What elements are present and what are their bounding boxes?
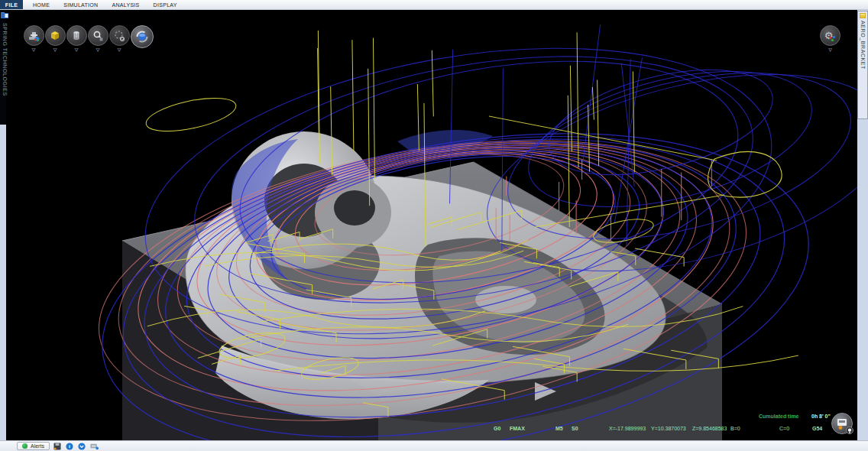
info-icon[interactable]: i bbox=[66, 442, 74, 450]
machine-monitor-icon[interactable] bbox=[90, 442, 99, 450]
machine-status-button[interactable] bbox=[831, 413, 853, 434]
viewport-toolbar-right: ⚙ ▽ bbox=[820, 25, 840, 52]
status-z: Z=9.85468583 bbox=[692, 426, 727, 431]
status-b: B=0 bbox=[730, 426, 740, 431]
clear-selection-icon[interactable] bbox=[109, 25, 130, 46]
inspect-icon[interactable] bbox=[88, 25, 108, 46]
cumulated-time-value: 0h 8' 0" bbox=[811, 414, 831, 419]
alerts-button[interactable]: Alerts bbox=[17, 442, 50, 450]
ribbon-menubar: FILE HOME SIMULATION ANALYSIS DISPLAY bbox=[0, 0, 868, 10]
tab-analysis[interactable]: ANALYSIS bbox=[105, 0, 146, 9]
simulation-mode-icon[interactable] bbox=[131, 25, 154, 48]
status-x: X=-17.9899993 bbox=[609, 426, 646, 431]
tab-simulation[interactable]: SIMULATION bbox=[57, 0, 105, 9]
collapse-panel-icon[interactable] bbox=[78, 442, 86, 450]
viewport-3d[interactable] bbox=[6, 10, 857, 440]
viewport-container: ▽ ▽ bbox=[6, 10, 857, 440]
alerts-status-dot bbox=[22, 443, 28, 449]
status-c: C=0 bbox=[779, 426, 789, 431]
left-panel-title[interactable]: SPRING TECHNOLOGIES bbox=[2, 23, 8, 96]
tool-dropdown-icon[interactable]: ▽ bbox=[75, 47, 79, 52]
stock-dropdown-icon[interactable]: ▽ bbox=[53, 47, 57, 52]
status-gcode: G0 bbox=[494, 426, 500, 431]
clear-dropdown-icon[interactable]: ▽ bbox=[118, 47, 121, 52]
status-y: Y=10.3870073 bbox=[651, 426, 686, 431]
status-spindle-m: M5 bbox=[555, 426, 563, 431]
tab-display[interactable]: DISPLAY bbox=[147, 0, 184, 9]
machine-dropdown-icon[interactable]: ▽ bbox=[32, 47, 36, 52]
status-feedrate: FMAX bbox=[510, 426, 525, 431]
tab-home[interactable]: HOME bbox=[26, 0, 57, 9]
document-icon bbox=[860, 13, 866, 18]
tab-file[interactable]: FILE bbox=[0, 0, 23, 9]
svg-text:i: i bbox=[70, 443, 71, 449]
tool-icon[interactable] bbox=[66, 25, 87, 46]
stock-icon[interactable] bbox=[45, 25, 66, 46]
viewport-toolbar: ▽ ▽ bbox=[23, 25, 154, 52]
left-dock-strip[interactable] bbox=[0, 125, 6, 440]
view-settings-icon[interactable]: ⚙ bbox=[820, 25, 840, 46]
document-tab-aero-bracket[interactable]: AERO_BRACKET bbox=[857, 11, 868, 119]
status-offset: G54 bbox=[812, 426, 822, 431]
view-settings-dropdown-icon[interactable]: ▽ bbox=[828, 47, 832, 52]
document-tab-label: AERO_BRACKET bbox=[860, 21, 866, 70]
project-folder-icon[interactable] bbox=[1, 11, 9, 18]
visibility-badge-icon bbox=[846, 427, 853, 434]
inspect-dropdown-icon[interactable]: ▽ bbox=[96, 47, 100, 52]
alerts-label: Alerts bbox=[31, 443, 44, 449]
save-icon[interactable] bbox=[53, 442, 62, 450]
taskbar: Alerts i bbox=[0, 440, 868, 451]
status-spindle-s: S0 bbox=[572, 426, 578, 431]
ncsimul-window: FILE HOME SIMULATION ANALYSIS DISPLAY SP… bbox=[0, 0, 868, 451]
cumulated-time-label: Cumulated time bbox=[759, 414, 799, 419]
machine-icon[interactable] bbox=[24, 25, 44, 46]
